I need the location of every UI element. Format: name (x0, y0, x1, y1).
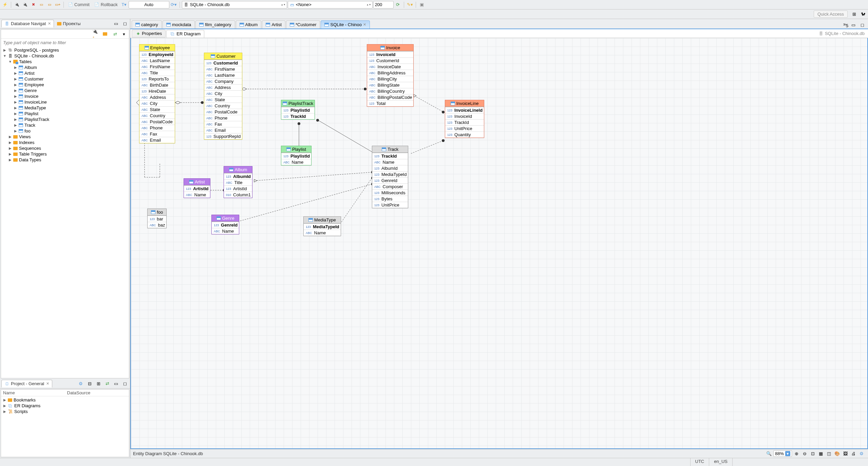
sql-new-button[interactable]: ▭+ (54, 1, 61, 8)
new-folder-icon[interactable] (101, 30, 109, 38)
editor-tab-mockdata[interactable]: mockdata (163, 20, 195, 29)
entity-mediatype[interactable]: MediaType123MediaTypeIdABCName (303, 216, 341, 236)
perspective-open-button[interactable]: ⊞ (850, 11, 858, 18)
zoom-in-icon[interactable]: ⊕ (793, 450, 800, 458)
rollback-button[interactable]: 📄Rollback (92, 1, 120, 8)
project-item-bookmarks[interactable]: ▶Bookmarks (1, 397, 129, 403)
maximize-icon[interactable]: ◻ (858, 21, 866, 29)
entity-invoiceline[interactable]: InvoiceLine123InvoiceLineId123InvoiceId1… (445, 100, 484, 138)
tx-mode-button[interactable]: T▾ (120, 1, 128, 8)
minimize-icon[interactable]: ▭ (850, 21, 857, 29)
perspective-dbeaver-button[interactable]: 🐿 (859, 11, 867, 18)
reconnect-button[interactable]: 🔌 (21, 1, 29, 8)
view-menu-icon[interactable]: ▾ (120, 30, 128, 38)
configure-icon[interactable]: ⚙ (77, 380, 84, 388)
zoom-combo[interactable]: 88%▾ (773, 450, 792, 457)
zoom-out-icon[interactable]: ⊖ (801, 450, 808, 458)
column-datasource-header[interactable]: DataSource (65, 390, 129, 396)
tree-table-playlist[interactable]: ▶Playlist (1, 111, 129, 116)
minimize-icon[interactable]: ▭ (112, 20, 120, 28)
project-general-tab[interactable]: ◻Project - General✕ (1, 380, 52, 388)
settings-icon[interactable]: ⚙ (858, 450, 865, 458)
row-limit-input[interactable]: 200 (373, 1, 394, 8)
tree-table-track[interactable]: ▶Track (1, 122, 129, 128)
tree-table-invoice[interactable]: ▶Invoice (1, 93, 129, 99)
expand-icon[interactable]: ⊞ (95, 380, 102, 388)
tree-folder-indexes[interactable]: ▶Indexes (1, 140, 129, 145)
tree-folder-sequences[interactable]: ▶Sequences (1, 145, 129, 151)
more-tabs-button[interactable]: »5 (843, 21, 848, 28)
print-icon[interactable]: 🖨 (850, 450, 857, 458)
projects-tab[interactable]: Проекты (54, 20, 83, 28)
sql-editor-button[interactable]: ▭ (38, 1, 45, 8)
layout-icon[interactable]: ◫ (825, 450, 833, 458)
link-icon[interactable]: ⇄ (103, 380, 111, 388)
tree-table-artist[interactable]: ▶Artist (1, 70, 129, 76)
entity-track[interactable]: Track123TrackIdABCName123AlbumId123Media… (372, 146, 408, 208)
navigator-filter-input[interactable] (1, 39, 129, 47)
tx-mode-combo[interactable]: Auto (129, 1, 169, 8)
project-item-er-diagrams[interactable]: ▶⿻ER Diagrams (1, 403, 129, 409)
tree-folder-views[interactable]: ▶Views (1, 134, 129, 140)
er-diagram-canvas[interactable]: Employee123EmployeeIdABCLastNameABCFirst… (130, 38, 868, 449)
connect-button[interactable]: 🔌 (13, 1, 21, 8)
tree-tables-folder[interactable]: ▼Tables (1, 59, 129, 65)
entity-album[interactable]: Album123AlbumIdABCTitle123ArtistId010Col… (224, 166, 252, 198)
search-icon[interactable]: 🔍 (765, 450, 773, 458)
new-connection-button[interactable]: ⚡ (1, 1, 9, 8)
project-item-scripts[interactable]: ▶📜Scripts (1, 409, 129, 414)
column-name-header[interactable]: Name (1, 390, 65, 396)
er-diagram-tab[interactable]: ⿻ER Diagram (166, 30, 204, 38)
maximize-icon[interactable]: ◻ (121, 20, 129, 28)
tree-connection-postgres[interactable]: ▶🐘PostgreSQL - postgres (1, 47, 129, 53)
tree-folder-data-types[interactable]: ▶Data Types (1, 157, 129, 163)
tree-table-mediatype[interactable]: ▶MediaType (1, 105, 129, 111)
minimize-icon[interactable]: ▭ (112, 380, 120, 388)
editor-tab-album[interactable]: Album (236, 20, 262, 29)
grid-icon[interactable]: ▦ (817, 450, 825, 458)
editor-tab-category[interactable]: category (132, 20, 162, 29)
disconnect-button[interactable]: ✖ (30, 1, 37, 8)
maximize-icon[interactable]: ◻ (121, 380, 129, 388)
stop-button[interactable]: ▣ (418, 1, 426, 8)
entity-customer[interactable]: Customer123CustomerIdABCFirstNameABCLast… (204, 53, 242, 140)
tree-table-album[interactable]: ▶Album (1, 65, 129, 70)
tree-table-genre[interactable]: ▶Genre (1, 88, 129, 93)
fit-icon[interactable]: ⊡ (809, 450, 816, 458)
editor-tab-sqlitechinoo[interactable]: SQLite - Chinoo✕ (321, 20, 370, 29)
tree-folder-table-triggers[interactable]: ▶Table Triggers (1, 151, 129, 157)
entity-foo[interactable]: foo123barABCbaz (147, 209, 167, 228)
entity-employee[interactable]: Employee123EmployeeIdABCLastNameABCFirst… (139, 44, 175, 143)
entity-genre[interactable]: Genre123GenreIdABCName (211, 215, 239, 234)
history-button[interactable]: ⟳▾ (170, 1, 177, 8)
tree-table-foo[interactable]: ▶foo (1, 128, 129, 134)
tree-connection-sqlite[interactable]: ▼🗄SQLite - Chinook.db (1, 53, 129, 59)
link-editor-icon[interactable]: ⇄ (111, 30, 119, 38)
schema-combo[interactable]: 🗃<None>▲▼ (288, 1, 373, 8)
new-connection-icon[interactable]: 🔌₊ (92, 30, 100, 38)
database-navigator-tab[interactable]: 🗄Database Navigat✕ (1, 20, 54, 28)
tree-table-employee[interactable]: ▶Employee (1, 82, 129, 88)
connection-combo[interactable]: 🗄SQLite - Chinook.db▲▼ (182, 1, 287, 8)
entity-playlisttrack[interactable]: PlaylistTrack123PlaylistId123TrackId (281, 100, 315, 120)
tree-table-playlisttrack[interactable]: ▶PlaylistTrack (1, 116, 129, 122)
editor-tab-filmcategory[interactable]: film_category (195, 20, 235, 29)
tree-table-customer[interactable]: ▶Customer (1, 76, 129, 82)
entity-playlist[interactable]: Playlist123PlaylistIdABCName (281, 146, 312, 165)
entity-invoice[interactable]: Invoice123InvoiceId123CustomerIdABCInvoi… (367, 44, 414, 107)
entity-artist[interactable]: Artist123ArtistIdABCName (184, 178, 210, 198)
highlight-button[interactable]: ✎▾ (406, 1, 414, 8)
refresh-button[interactable]: ⟳ (394, 1, 402, 8)
commit-button[interactable]: 📄Commit (66, 1, 92, 8)
editor-tab-artist[interactable]: Artist (262, 20, 285, 29)
export-icon[interactable]: 🖼 (842, 450, 849, 458)
close-icon[interactable]: ✕ (48, 21, 51, 26)
quick-access-button[interactable]: Quick Access (814, 11, 848, 18)
sql-script-button[interactable]: ▭ (46, 1, 53, 8)
properties-tab[interactable]: ◈Properties (132, 30, 166, 37)
tree-table-invoiceline[interactable]: ▶InvoiceLine (1, 99, 129, 105)
palette-icon[interactable]: 🎨 (833, 450, 841, 458)
close-icon[interactable]: ✕ (46, 381, 49, 386)
editor-tab-customer[interactable]: *Customer (286, 20, 320, 29)
collapse-icon[interactable]: ⊟ (86, 380, 93, 388)
